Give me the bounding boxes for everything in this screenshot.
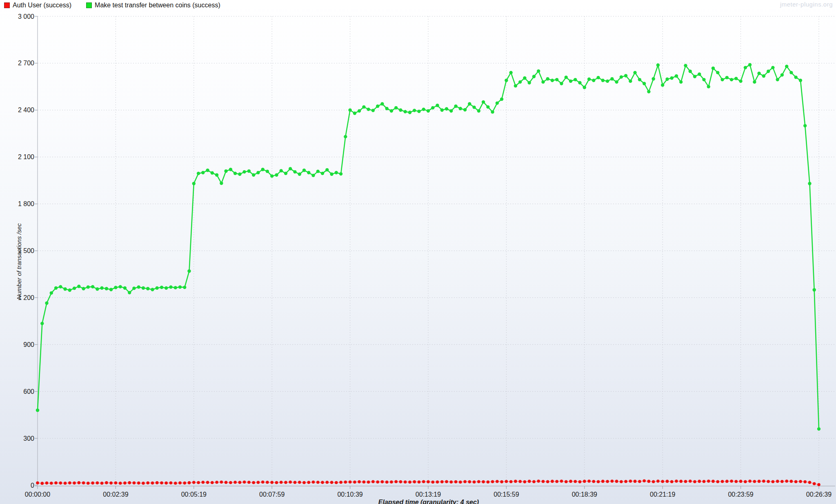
series-auth-user-point — [128, 481, 131, 484]
series-make-transfer-point — [565, 75, 568, 79]
series-make-transfer-point — [537, 69, 540, 73]
series-make-transfer-point — [54, 286, 58, 290]
series-auth-user-point — [275, 481, 278, 484]
series-auth-user-point — [404, 480, 407, 484]
x-tick-label: 00:18:39 — [572, 491, 597, 498]
series-make-transfer-point — [165, 286, 168, 290]
series-make-transfer-point — [693, 75, 696, 78]
series-make-transfer-point — [734, 77, 738, 80]
series-make-transfer-point — [59, 285, 62, 288]
legend-swatch-green-icon — [86, 2, 92, 8]
x-tick-label: 00:05:19 — [181, 491, 207, 498]
series-make-transfer-point — [123, 286, 127, 290]
series-make-transfer-point — [289, 167, 292, 170]
series-auth-user-point — [647, 480, 651, 483]
series-auth-user-point — [183, 482, 187, 485]
series-auth-user-point — [785, 480, 788, 483]
series-make-transfer-point — [514, 84, 517, 87]
series-make-transfer-point — [224, 169, 227, 173]
series-make-transfer-point — [77, 285, 80, 288]
y-tick-label: 900 — [23, 341, 34, 348]
series-make-transfer-point — [275, 173, 278, 177]
series-make-transfer-point — [399, 109, 402, 112]
series-auth-user-point — [463, 480, 467, 483]
series-make-transfer-point — [252, 173, 255, 177]
series-make-transfer-point — [789, 71, 793, 74]
series-auth-user-point — [496, 480, 499, 483]
series-auth-user-point — [721, 480, 724, 483]
series-make-transfer-point — [555, 78, 558, 81]
series-auth-user-point — [684, 480, 687, 483]
series-auth-user-point — [748, 480, 752, 483]
series-auth-user-point — [509, 480, 513, 483]
series-make-transfer-point — [491, 110, 494, 113]
chart-legend: Auth User (success) Make test transfer b… — [4, 2, 220, 9]
series-make-transfer-point — [744, 66, 747, 69]
series-auth-user-point — [243, 481, 246, 484]
series-make-transfer-point — [40, 322, 44, 325]
series-make-transfer-point — [652, 77, 655, 80]
series-auth-user-point — [165, 482, 168, 485]
series-make-transfer-point — [477, 109, 480, 113]
series-auth-user-point — [532, 480, 536, 483]
series-make-transfer-point — [413, 109, 416, 112]
series-make-transfer-point — [142, 286, 145, 290]
series-make-transfer-point — [380, 102, 384, 105]
series-auth-user-point — [753, 480, 756, 483]
series-auth-user-point — [643, 480, 646, 483]
series-auth-user-point — [711, 480, 715, 483]
series-make-transfer-point — [109, 288, 113, 291]
series-auth-user-point — [151, 482, 154, 485]
series-auth-user-point — [776, 480, 779, 483]
series-auth-user-point — [477, 480, 480, 483]
series-make-transfer-point — [739, 80, 742, 83]
series-auth-user-point — [266, 481, 269, 484]
series-auth-user-point — [574, 480, 577, 483]
series-auth-user-point — [270, 481, 273, 484]
series-make-transfer-point — [711, 67, 715, 70]
series-auth-user-point — [100, 482, 104, 485]
series-make-transfer-point — [362, 105, 365, 109]
legend-label-auth-user: Auth User (success) — [13, 2, 71, 9]
series-auth-user-point — [192, 481, 196, 484]
series-make-transfer-point — [247, 169, 251, 173]
x-tick-label: 00:23:59 — [728, 491, 753, 498]
series-auth-user-point — [624, 480, 627, 483]
series-make-transfer-point — [813, 288, 816, 291]
series-auth-user-point — [780, 480, 784, 483]
series-make-transfer-point — [256, 171, 260, 174]
series-auth-user-point — [133, 482, 136, 485]
series-make-transfer-point — [445, 107, 448, 111]
series-auth-user-point — [293, 481, 297, 484]
series-make-transfer-point — [541, 80, 545, 84]
series-make-transfer-point — [385, 107, 389, 110]
series-make-transfer-point — [794, 75, 798, 79]
series-auth-user-point — [160, 482, 163, 485]
x-tick-label: 00:02:39 — [103, 491, 128, 498]
series-make-transfer-point — [596, 76, 600, 79]
series-auth-user-point — [316, 481, 320, 484]
series-make-transfer-point — [665, 78, 669, 81]
series-make-transfer-point — [459, 107, 462, 110]
series-make-transfer-point — [615, 80, 618, 84]
series-auth-user-point — [408, 481, 411, 484]
series-make-transfer-point — [73, 286, 76, 290]
legend-swatch-red-icon — [4, 2, 10, 8]
series-make-transfer-point — [36, 409, 39, 412]
series-make-transfer-point — [643, 82, 646, 85]
series-auth-user-point — [767, 480, 770, 483]
series-make-transfer-point — [348, 109, 351, 112]
series-make-transfer-point — [431, 106, 434, 109]
series-auth-user-point — [289, 481, 292, 484]
series-auth-user-point — [716, 480, 720, 483]
series-auth-user-point — [725, 480, 729, 483]
series-auth-user-point — [629, 480, 632, 483]
series-make-transfer-point — [146, 287, 149, 290]
series-make-transfer-point — [629, 80, 632, 83]
series-auth-user-point — [413, 480, 416, 484]
series-make-transfer-point — [757, 72, 760, 75]
series-make-transfer-point — [546, 77, 549, 80]
series-make-transfer-point — [261, 168, 265, 171]
legend-item-make-transfer: Make test transfer between coins (succes… — [86, 2, 220, 9]
series-make-transfer-point — [311, 174, 315, 177]
